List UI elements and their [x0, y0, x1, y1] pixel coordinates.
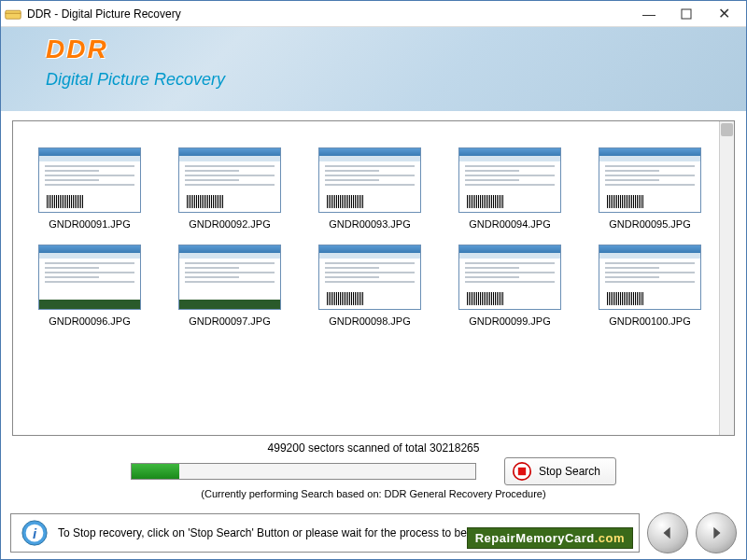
header-banner: DDR Digital Picture Recovery	[1, 27, 746, 111]
footer: i To Stop recovery, click on 'Stop Searc…	[1, 507, 746, 559]
banner-subtitle: Digital Picture Recovery	[46, 70, 746, 90]
thumbnail-image	[599, 147, 701, 213]
thumbnail-image	[599, 245, 701, 310]
thumbnail-label: GNDR00095.JPG	[609, 218, 690, 230]
thumbnail-label: GNDR00099.JPG	[469, 315, 550, 327]
stop-icon	[513, 462, 531, 481]
progress-area: 499200 sectors scanned of total 30218265…	[12, 436, 735, 501]
progress-fill	[132, 464, 180, 479]
thumbnails-grid: GNDR00091.JPGGNDR00092.JPGGNDR00093.JPGG…	[22, 131, 717, 334]
stop-search-label: Stop Search	[539, 465, 600, 478]
thumbnail-image	[178, 147, 281, 213]
thumbnail-label: GNDR00100.JPG	[609, 315, 690, 327]
thumbnail-image	[458, 147, 561, 213]
progress-status: 499200 sectors scanned of total 30218265	[268, 441, 480, 455]
svg-rect-1	[682, 9, 691, 19]
thumbnail-item[interactable]: GNDR00097.JPG	[170, 245, 289, 327]
stop-search-button[interactable]: Stop Search	[504, 457, 616, 485]
thumbnail-image	[38, 245, 141, 310]
info-text: To Stop recovery, click on 'Stop Search'…	[58, 526, 525, 539]
arrow-left-icon	[659, 525, 676, 541]
thumbnail-item[interactable]: GNDR00092.JPG	[170, 147, 289, 230]
thumbnail-item[interactable]: GNDR00100.JPG	[590, 245, 710, 327]
logo-text: DDR	[46, 35, 746, 64]
results-scrollbar[interactable]	[719, 121, 734, 435]
back-button[interactable]	[647, 512, 688, 553]
thumbnail-label: GNDR00097.JPG	[189, 315, 270, 327]
thumbnail-label: GNDR00092.JPG	[189, 218, 270, 230]
thumbnail-label: GNDR00094.JPG	[469, 218, 550, 230]
repair-badge[interactable]: RepairMemoryCard.com	[467, 527, 633, 549]
main-content: GNDR00091.JPGGNDR00092.JPGGNDR00093.JPGG…	[1, 111, 746, 507]
thumbnail-label: GNDR00091.JPG	[49, 218, 130, 230]
svg-rect-0	[6, 10, 21, 19]
app-icon	[5, 7, 21, 21]
thumbnail-item[interactable]: GNDR00094.JPG	[450, 147, 570, 230]
thumbnail-label: GNDR00098.JPG	[329, 315, 410, 327]
titlebar: DDR - Digital Picture Recovery — ✕	[1, 1, 746, 27]
thumbnail-image	[318, 147, 421, 213]
results-panel: GNDR00091.JPGGNDR00092.JPGGNDR00093.JPGG…	[12, 120, 735, 436]
thumbnail-image	[178, 245, 281, 310]
info-icon: i	[21, 519, 49, 547]
progress-note: (Currently performing Search based on: D…	[201, 488, 545, 499]
window-title: DDR - Digital Picture Recovery	[27, 7, 630, 21]
thumbnail-image	[318, 245, 421, 310]
maximize-button[interactable]	[668, 2, 705, 26]
thumbnail-item[interactable]: GNDR00091.JPG	[30, 147, 149, 230]
thumbnail-image	[458, 245, 561, 310]
thumbnail-image	[38, 147, 141, 213]
close-button[interactable]: ✕	[705, 2, 742, 26]
thumbnail-item[interactable]: GNDR00095.JPG	[590, 147, 710, 230]
thumbnail-label: GNDR00093.JPG	[329, 218, 410, 230]
info-box: i To Stop recovery, click on 'Stop Searc…	[10, 513, 640, 553]
arrow-right-icon	[708, 525, 725, 541]
minimize-button[interactable]: —	[630, 2, 668, 26]
progress-bar	[131, 463, 476, 480]
thumbnail-item[interactable]: GNDR00098.JPG	[310, 245, 430, 327]
thumbnail-label: GNDR00096.JPG	[49, 315, 130, 327]
thumbnail-item[interactable]: GNDR00099.JPG	[450, 245, 570, 327]
svg-rect-3	[518, 468, 526, 475]
thumbnail-item[interactable]: GNDR00096.JPG	[30, 245, 149, 327]
thumbnail-item[interactable]: GNDR00093.JPG	[310, 147, 430, 230]
forward-button[interactable]	[696, 512, 737, 553]
app-window: DDR - Digital Picture Recovery — ✕ DDR D…	[0, 0, 747, 560]
